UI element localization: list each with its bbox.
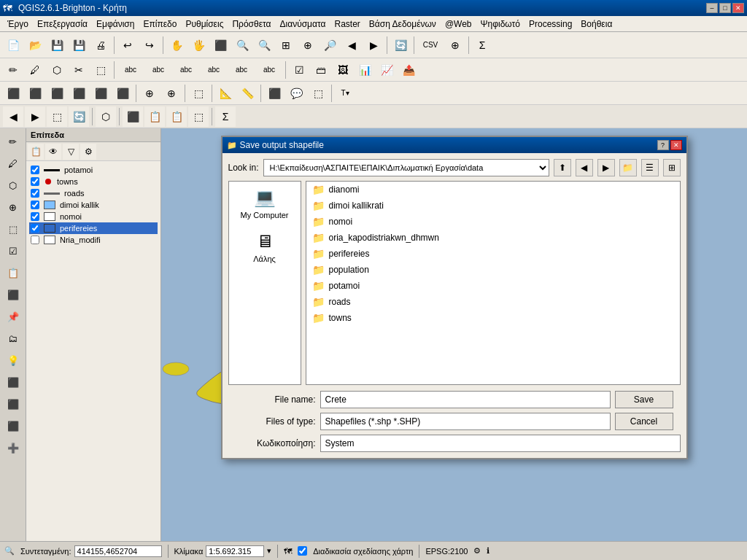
- menu-epexergasia[interactable]: Επεξεργασία: [33, 18, 92, 31]
- layer-export-btn[interactable]: 📤: [398, 60, 419, 80]
- left-tool-15[interactable]: ➕: [3, 438, 23, 458]
- refresh-btn[interactable]: 🔄: [390, 35, 411, 55]
- compose2-btn[interactable]: 📋: [166, 106, 187, 127]
- menu-db[interactable]: Βάση Δεδομένων: [365, 18, 441, 31]
- left-tool-8[interactable]: ⬛: [3, 284, 23, 305]
- encoding-select[interactable]: System: [320, 435, 681, 452]
- plugin6-btn[interactable]: ⬛: [112, 83, 133, 104]
- left-tool-7[interactable]: 📋: [3, 262, 23, 283]
- left-tool-9[interactable]: 📌: [3, 306, 23, 327]
- layer-item-potamoi[interactable]: potamoi: [29, 164, 158, 176]
- edit4-btn[interactable]: ✂: [69, 60, 89, 80]
- shortcut-lalis[interactable]: 🖥 Λάλης: [229, 225, 301, 269]
- print-btn[interactable]: 🖨: [90, 35, 111, 55]
- nav-list-btn[interactable]: ☰: [641, 159, 659, 176]
- file-item-potamoi[interactable]: 📁 potamoi: [306, 278, 680, 294]
- zoom-select-btn[interactable]: 🔎: [320, 35, 340, 55]
- menu-web[interactable]: @Web: [441, 18, 476, 31]
- shortcut-mycomputer[interactable]: 💻 My Computer: [229, 182, 301, 225]
- zoom-percent-btn[interactable]: ⊕: [139, 83, 160, 104]
- layer-checkbox-potamoi[interactable]: [31, 166, 39, 174]
- measure2-btn[interactable]: 📏: [237, 83, 258, 104]
- text3-btn[interactable]: abc: [173, 60, 199, 80]
- text-btn[interactable]: abc: [117, 60, 144, 80]
- menu-prostheta[interactable]: Πρόσθετα: [228, 18, 275, 31]
- layer-vis-btn[interactable]: ☑: [289, 60, 309, 80]
- coords-btn[interactable]: ⊕: [445, 35, 465, 55]
- nav-detail-btn[interactable]: ⊞: [663, 159, 681, 176]
- menu-processing[interactable]: Processing: [525, 18, 576, 31]
- select-rect-btn[interactable]: ⬚: [188, 83, 209, 104]
- left-tool-10[interactable]: 🗂: [3, 328, 23, 349]
- plugin1-btn[interactable]: ⬛: [3, 83, 23, 104]
- pan-btn[interactable]: ✋: [166, 35, 187, 55]
- filetype-select[interactable]: Shapefiles (*.shp *.SHP): [320, 413, 611, 430]
- dialog-close-btn[interactable]: ✕: [670, 140, 682, 150]
- text4-btn[interactable]: abc: [201, 60, 227, 80]
- hist-back-btn[interactable]: ◀: [3, 106, 23, 127]
- field-calc-btn[interactable]: Σ: [472, 35, 492, 55]
- redo-btn[interactable]: ↪: [139, 35, 160, 55]
- hist-refresh-btn[interactable]: 🔄: [69, 106, 89, 127]
- menu-ergo[interactable]: Έργο: [3, 18, 33, 31]
- zoom-extent-btn[interactable]: ⊕: [161, 83, 182, 104]
- pan2-btn[interactable]: 🖐: [188, 35, 209, 55]
- left-tool-12[interactable]: ⬛: [3, 372, 23, 392]
- map-area[interactable]: 📁 Save output shapefile ? ✕ Look in: H:\…: [161, 128, 747, 541]
- menu-rythmiseis[interactable]: Ρυθμίσεις: [181, 18, 228, 31]
- layer-settings-btn[interactable]: ⚙: [80, 144, 96, 160]
- layer-checkbox-roads[interactable]: [31, 189, 39, 198]
- annot2-btn[interactable]: ⬚: [308, 83, 328, 104]
- left-tool-14[interactable]: ⬛: [3, 416, 23, 436]
- left-tool-3[interactable]: ⬡: [3, 175, 23, 195]
- layer-checkbox-towns[interactable]: [31, 177, 39, 186]
- file-item-towns[interactable]: 📁 towns: [306, 310, 680, 326]
- lookin-select[interactable]: H:\Εκπαίδευση\ΑΣΠΑΙΤΕ\ΕΠΑΙΚ\Διπλωματική …: [263, 159, 549, 176]
- plugin3-btn[interactable]: ⬛: [47, 83, 67, 104]
- filename-input[interactable]: [320, 391, 611, 408]
- edit3-btn[interactable]: ⬡: [47, 60, 67, 80]
- zoom-out-btn[interactable]: 🔍: [254, 35, 274, 55]
- scale-input[interactable]: [206, 545, 264, 557]
- undo-btn[interactable]: ↩: [117, 35, 138, 55]
- left-tool-6[interactable]: ☑: [3, 241, 23, 261]
- layer-item-dimoi[interactable]: dimoi kallik: [29, 199, 158, 211]
- zoom-in-btn[interactable]: 🔍: [232, 35, 252, 55]
- file-item-oria[interactable]: 📁 oria_kapodistriakwn_dhmwn: [306, 230, 680, 246]
- scale-dropdown-btn[interactable]: ▾: [267, 546, 271, 556]
- nav-new-folder-btn[interactable]: 📁: [619, 159, 637, 176]
- epsg-info-btn[interactable]: ℹ: [487, 546, 489, 556]
- cancel-button[interactable]: Cancel: [615, 413, 673, 430]
- save-btn[interactable]: 💾: [47, 35, 67, 55]
- plugin5-btn[interactable]: ⬛: [90, 83, 111, 104]
- file-item-population[interactable]: 📁 population: [306, 262, 680, 278]
- layer-item-perifereies[interactable]: perifereies: [29, 222, 158, 234]
- file-item-nomoi[interactable]: 📁 nomoi: [306, 214, 680, 230]
- menu-psifidoto[interactable]: Ψηφιδωτό: [476, 18, 525, 31]
- edit2-btn[interactable]: 🖊: [25, 60, 45, 80]
- layer-add-btn[interactable]: 📋: [28, 144, 44, 160]
- layer-item-nria[interactable]: Nria_modifi: [29, 234, 158, 246]
- grid-btn[interactable]: ⬛: [264, 83, 285, 104]
- text2-btn[interactable]: abc: [145, 60, 171, 80]
- calc2-btn[interactable]: Σ: [215, 106, 236, 127]
- nav-back-btn[interactable]: ◀: [576, 159, 593, 176]
- left-tool-11[interactable]: 💡: [3, 350, 23, 370]
- layer-filter-btn[interactable]: ▽: [63, 144, 79, 160]
- layer-checkbox-nria[interactable]: [31, 236, 39, 244]
- menu-raster[interactable]: Raster: [330, 18, 364, 31]
- zoom-prev-btn[interactable]: ◀: [341, 35, 362, 55]
- left-tool-1[interactable]: ✏: [3, 131, 23, 152]
- layer-img-btn[interactable]: 🖼: [333, 60, 353, 80]
- edit5-btn[interactable]: ⬚: [90, 60, 111, 80]
- coord-input[interactable]: [74, 545, 162, 557]
- layer-item-towns[interactable]: towns: [29, 176, 158, 187]
- plugin2-btn[interactable]: ⬛: [25, 83, 45, 104]
- menu-epipedo[interactable]: Επίπεδο: [139, 18, 181, 31]
- file-item-perifereies[interactable]: 📁 perifereies: [306, 246, 680, 262]
- menu-dianismata[interactable]: Διανύσματα: [276, 18, 330, 31]
- edit-btn[interactable]: ✏: [3, 60, 23, 80]
- zoom-next-btn[interactable]: ▶: [363, 35, 384, 55]
- identify-btn[interactable]: ⬛: [210, 35, 231, 55]
- menu-boitheia[interactable]: Βοήθεια: [576, 18, 616, 31]
